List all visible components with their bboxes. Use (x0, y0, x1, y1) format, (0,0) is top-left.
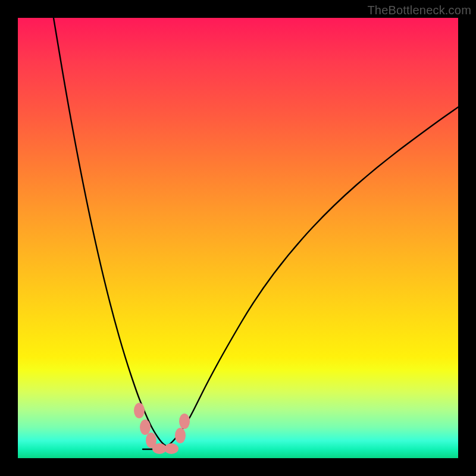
marker-dot (140, 419, 151, 435)
bottleneck-curve (18, 18, 458, 458)
chart-plot-area (18, 18, 458, 458)
curve-right-branch (167, 107, 458, 446)
marker-dot (164, 443, 178, 454)
marker-dots (134, 403, 190, 454)
marker-dot (134, 403, 145, 418)
marker-dot (179, 414, 190, 429)
curve-left-branch (54, 18, 167, 446)
marker-dot (175, 428, 186, 443)
attribution-text: TheBottleneck.com (367, 4, 471, 17)
